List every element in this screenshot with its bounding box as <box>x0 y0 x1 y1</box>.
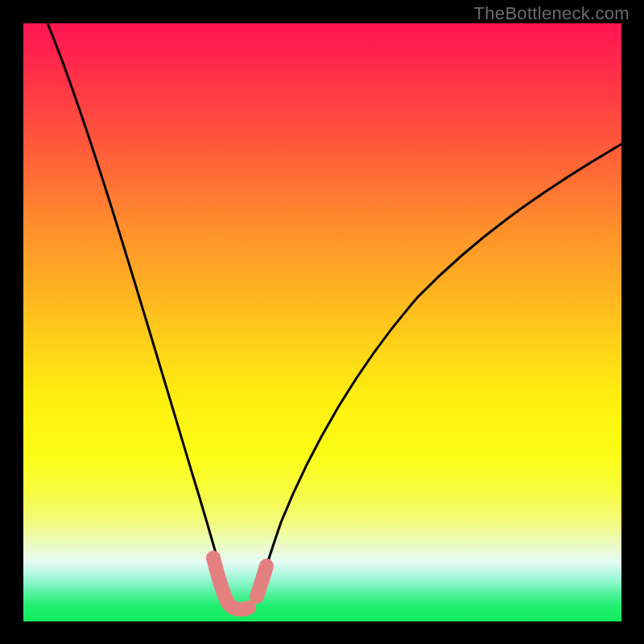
black-curve <box>47 23 621 609</box>
chart-frame: TheBottleneck.com <box>0 0 644 644</box>
plot-area <box>23 23 621 621</box>
watermark-text: TheBottleneck.com <box>474 3 630 24</box>
curves-svg <box>23 23 621 621</box>
salmon-overlay-right <box>257 566 266 597</box>
salmon-overlay <box>213 558 249 609</box>
